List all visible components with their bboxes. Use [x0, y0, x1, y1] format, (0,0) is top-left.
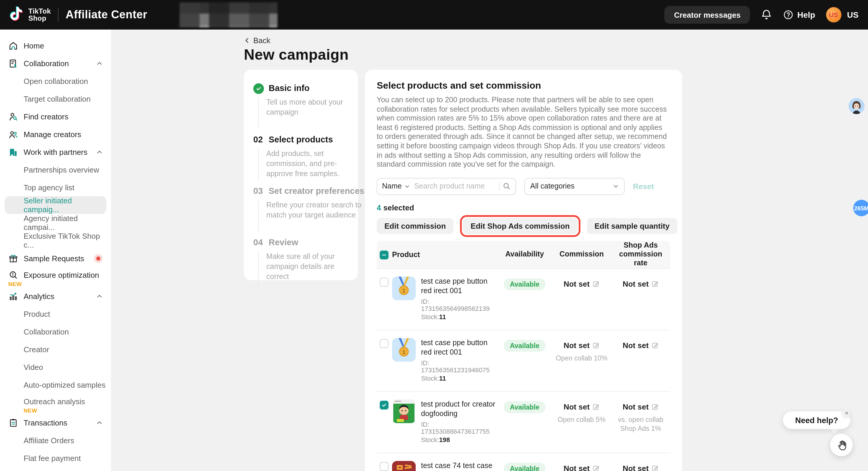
chevron-up-icon — [96, 60, 103, 66]
search-field-selector[interactable]: Name — [382, 182, 402, 190]
edit-shop-ads-icon[interactable] — [651, 280, 659, 288]
step-review: 04 Review Make sure all of your campaign… — [253, 237, 348, 293]
main-content: Back New campaign Basic info Tell us mor… — [111, 30, 868, 471]
brand-text: TikTok Shop — [28, 7, 51, 22]
select-all-checkbox[interactable] — [380, 251, 389, 260]
sidebar-item-transactions[interactable]: Transactions — [0, 414, 111, 432]
filter-bar: Name All categories Reset — [377, 178, 670, 195]
need-help-bubble[interactable]: Need help? — [783, 411, 850, 429]
input-divider — [499, 182, 500, 191]
availability-badge: Available — [504, 278, 545, 290]
category-select[interactable]: All categories — [524, 178, 625, 195]
product-search-combo: Name — [377, 178, 516, 195]
edit-shop-ads-icon[interactable] — [651, 403, 659, 411]
edit-commission-icon[interactable] — [592, 403, 600, 411]
home-icon — [8, 40, 18, 51]
product-image-red-calligraphy — [392, 461, 416, 471]
chevron-up-icon — [96, 149, 103, 155]
partners-building-icon — [8, 147, 18, 157]
panel-heading: Select products and set commission — [377, 80, 670, 91]
sidebar-item-collaboration[interactable]: Collaboration — [0, 54, 111, 72]
sidebar-nav: Home Collaboration Open collaboration Ta… — [0, 30, 111, 471]
chevron-down-icon — [613, 183, 619, 189]
row-checkbox[interactable] — [380, 339, 389, 348]
svg-text:1: 1 — [402, 288, 405, 294]
notification-dot-badge — [94, 254, 103, 263]
sidebar-item-exclusive-tiktok-shop[interactable]: Exclusive TikTok Shop c... — [0, 232, 111, 249]
products-table: Product Availability Commission Shop Ads… — [377, 241, 670, 471]
sidebar-item-analytics-product[interactable]: Product — [0, 305, 111, 323]
assistant-avatar[interactable] — [848, 98, 864, 114]
brand-logo[interactable]: TikTok Shop — [0, 6, 51, 24]
sidebar-item-partnerships-overview[interactable]: Partnerships overview — [0, 161, 111, 178]
edit-sample-quantity-button[interactable]: Edit sample quantity — [587, 218, 677, 234]
table-row: test case 74 test case 74 test case 74 A… — [377, 453, 670, 471]
edit-shop-ads-commission-button[interactable]: Edit Shop Ads commission — [463, 218, 578, 234]
sidebar-item-open-collaboration[interactable]: Open collaboration — [0, 72, 111, 90]
row-checkbox-checked[interactable] — [380, 401, 389, 410]
edit-shop-ads-icon[interactable] — [651, 342, 659, 349]
bulk-actions: Edit commission Edit Shop Ads commission… — [377, 218, 670, 234]
campaign-steps-panel: Basic info Tell us more about your campa… — [244, 70, 358, 280]
chevron-up-icon — [96, 419, 103, 426]
step-basic-info: Basic info Tell us more about your campa… — [253, 83, 348, 134]
tiktok-logo-icon — [8, 6, 24, 24]
collaboration-icon — [8, 58, 18, 68]
redacted-block — [180, 2, 278, 27]
sidebar-item-agency-initiated-campaigns[interactable]: Agency initiated campai... — [0, 214, 111, 232]
sidebar-item-find-creators[interactable]: Find creators — [0, 108, 111, 125]
close-icon[interactable] — [842, 408, 851, 417]
product-image-cartoon — [392, 400, 416, 423]
step-select-products: 02 Select products Add products, set com… — [253, 134, 348, 185]
table-row: 1 test case ppe button red irect 001 ID:… — [377, 330, 670, 391]
edit-shop-ads-icon[interactable] — [651, 465, 659, 471]
new-badge: NEW — [24, 407, 37, 413]
sidebar-item-analytics-creator[interactable]: Creator — [0, 341, 111, 358]
selection-count: 4selected — [377, 203, 670, 212]
sidebar-item-analytics-collaboration[interactable]: Collaboration — [0, 323, 111, 341]
new-badge: NEW — [8, 281, 22, 287]
count-badge[interactable]: 265M — [853, 200, 868, 216]
sidebar-item-sample-requests[interactable]: Sample Requests — [0, 249, 111, 267]
help-hand-button[interactable] — [830, 434, 852, 456]
sidebar-item-top-agency-list[interactable]: Top agency list — [0, 178, 111, 196]
notifications-bell-icon[interactable] — [761, 9, 772, 21]
sidebar-item-analytics[interactable]: Analytics — [0, 287, 111, 305]
edit-commission-icon[interactable] — [592, 280, 600, 288]
user-avatar[interactable]: US — [826, 7, 841, 23]
availability-badge: Available — [504, 340, 545, 352]
analytics-icon — [8, 291, 18, 301]
sidebar-item-seller-initiated-campaigns[interactable]: Seller initiated campaig... — [5, 196, 106, 214]
sidebar-item-affiliate-orders[interactable]: Affiliate Orders — [0, 432, 111, 449]
app-window: TikTok Shop Affiliate Center Creator mes… — [0, 0, 868, 471]
exposure-optimization-icon — [8, 270, 18, 280]
search-icon[interactable] — [502, 182, 511, 190]
search-input[interactable] — [413, 182, 496, 191]
sidebar-item-auto-optimized-samples[interactable]: Auto-optimized samples — [0, 376, 111, 393]
raised-hand-icon — [835, 439, 848, 451]
sidebar-item-work-with-partners[interactable]: Work with partners — [0, 143, 111, 161]
reset-filters-button[interactable]: Reset — [633, 182, 654, 191]
sidebar-item-target-collaboration[interactable]: Target collaboration — [0, 90, 111, 108]
availability-badge: Available — [504, 463, 545, 471]
sidebar-item-manage-creators[interactable]: Manage creators — [0, 125, 111, 143]
find-creators-icon — [8, 111, 18, 121]
sidebar-item-analytics-video[interactable]: Video — [0, 358, 111, 376]
row-checkbox[interactable] — [380, 462, 389, 471]
help-button[interactable]: Help — [783, 9, 815, 20]
sidebar-item-home[interactable]: Home — [0, 37, 111, 54]
table-row: 1 test case ppe button red irect 001 ID:… — [377, 268, 670, 330]
back-link[interactable]: Back — [244, 35, 868, 45]
edit-commission-icon[interactable] — [592, 465, 600, 471]
edit-commission-button[interactable]: Edit commission — [377, 218, 454, 234]
availability-badge: Available — [504, 401, 545, 413]
manage-creators-icon — [8, 129, 18, 139]
chevron-left-icon — [244, 37, 250, 43]
page-title: New campaign — [244, 46, 868, 64]
product-image-medal: 1 — [392, 276, 416, 300]
row-checkbox[interactable] — [380, 278, 389, 287]
sidebar-item-flat-fee-payment[interactable]: Flat fee payment — [0, 449, 111, 467]
edit-commission-icon[interactable] — [592, 342, 600, 349]
top-bar: TikTok Shop Affiliate Center Creator mes… — [0, 0, 868, 30]
creator-messages-button[interactable]: Creator messages — [664, 6, 750, 24]
